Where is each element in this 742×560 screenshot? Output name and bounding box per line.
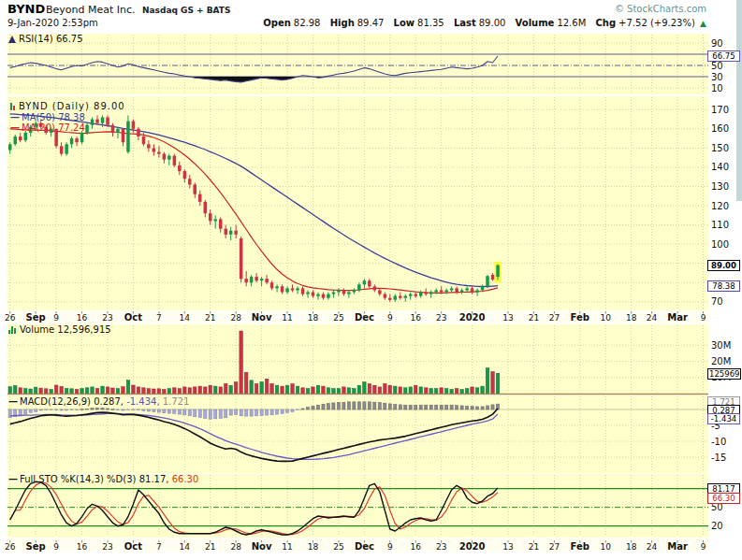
svg-text:Feb: Feb (571, 312, 589, 323)
svg-text:160: 160 (711, 123, 729, 134)
svg-text:28: 28 (230, 542, 241, 552)
svg-text:Dec: Dec (355, 541, 374, 552)
macd-value: 0.287, (94, 396, 124, 407)
svg-text:13: 13 (502, 542, 513, 552)
svg-text:26: 26 (5, 542, 16, 552)
svg-text:21: 21 (529, 313, 539, 323)
svg-text:24: 24 (647, 542, 658, 552)
rsi-legend: RSI(14) 66.75 (8, 34, 83, 44)
svg-text:Oct: Oct (124, 541, 142, 552)
svg-text:13: 13 (502, 313, 513, 323)
svg-text:120: 120 (711, 201, 729, 211)
svg-text:Oct: Oct (124, 312, 142, 323)
svg-text:18: 18 (626, 313, 637, 323)
copyright-label: © StockCharts.com (615, 4, 706, 14)
svg-text:23: 23 (102, 542, 112, 552)
svg-text:30: 30 (711, 72, 723, 82)
stochastic-line-icon: — (8, 474, 18, 484)
macd-legend-text: MACD(12,26,9) (20, 396, 91, 407)
ma50-legend: —MA(50) 78.38 (10, 112, 85, 122)
svg-text:10: 10 (601, 313, 612, 323)
chg-value: +7.52 (+9.23%) (618, 18, 695, 28)
svg-text:9: 9 (387, 542, 393, 552)
svg-text:9: 9 (53, 313, 59, 323)
candlestick-icon (10, 102, 16, 112)
high-label: High (330, 18, 355, 28)
ma50-value-box: 78.38 (707, 280, 740, 292)
svg-text:2020: 2020 (459, 541, 486, 552)
svg-text:150: 150 (711, 143, 729, 153)
last-price-box: 89.00 (707, 260, 740, 271)
svg-text:20M: 20M (711, 356, 731, 366)
svg-text:16: 16 (77, 542, 88, 552)
ma20-legend-text: MA(20) 77.24 (22, 122, 85, 133)
svg-text:16: 16 (410, 313, 421, 323)
stochastic-legend-text: Full STO %K(14,3) %D(3) (20, 474, 136, 484)
svg-text:Sep: Sep (26, 541, 46, 552)
svg-text:11: 11 (282, 542, 292, 552)
svg-text:27: 27 (549, 313, 560, 323)
svg-text:-15: -15 (711, 452, 726, 463)
svg-text:90: 90 (711, 38, 723, 49)
chg-up-arrow-icon: ▲ (700, 19, 706, 28)
last-label: Last (454, 18, 476, 28)
svg-text:28: 28 (230, 313, 241, 323)
chg-label: Chg (595, 18, 616, 28)
svg-text:23: 23 (436, 313, 446, 323)
svg-text:9: 9 (701, 542, 706, 552)
svg-text:16: 16 (77, 313, 88, 323)
svg-text:27: 27 (549, 542, 560, 552)
svg-text:Mar: Mar (667, 541, 688, 552)
stockcharts-chart: 90503010701701601501401301201101007030M2… (0, 0, 742, 560)
low-label: Low (394, 18, 415, 28)
svg-text:Sep: Sep (26, 312, 46, 323)
stochastic-legend: —Full STO %K(14,3) %D(3) 81.17, 66.30 (8, 474, 198, 484)
svg-text:25: 25 (333, 313, 343, 323)
svg-text:26: 26 (5, 313, 16, 323)
low-value: 81.35 (417, 18, 444, 28)
svg-text:100: 100 (711, 239, 729, 250)
svg-text:130: 130 (711, 181, 729, 192)
sto-k-value: 81.17, (139, 474, 169, 484)
svg-text:14: 14 (180, 313, 191, 323)
svg-text:23: 23 (436, 542, 446, 552)
svg-text:9: 9 (701, 313, 706, 323)
svg-text:70: 70 (711, 296, 723, 307)
volume-bars-icon (8, 325, 17, 336)
svg-text:10: 10 (711, 83, 723, 93)
svg-text:25: 25 (333, 542, 343, 552)
svg-text:16: 16 (410, 542, 421, 552)
price-legend: BYND (Daily) 89.00 (10, 101, 125, 112)
svg-text:24: 24 (647, 313, 658, 323)
ma50-legend-text: MA(50) 78.38 (22, 112, 85, 122)
volume-value: 12.6M (557, 18, 586, 28)
volume-legend: Volume 12,596,915 (8, 324, 111, 336)
svg-text:23: 23 (102, 313, 112, 323)
svg-text:50: 50 (711, 61, 723, 71)
svg-text:14: 14 (180, 542, 191, 552)
svg-text:21: 21 (529, 542, 539, 552)
svg-text:9: 9 (387, 313, 393, 323)
svg-text:110: 110 (711, 220, 729, 230)
svg-text:18: 18 (308, 313, 319, 323)
svg-text:10: 10 (601, 542, 612, 552)
volume-legend-text: Volume 12,596,915 (20, 324, 111, 335)
company-name: Beyond Meat Inc. (46, 4, 136, 16)
ma20-legend: —MA(20) 77.24 (10, 122, 85, 133)
ticker-symbol: BYND (7, 2, 45, 16)
svg-text:-10: -10 (711, 437, 726, 447)
macd-hist-value: 1.721 (163, 396, 190, 407)
last-value: 89.00 (479, 18, 506, 28)
macd-signal-box: -1.434 (707, 413, 740, 424)
chart-datetime: 9-Jan-2020 2:53pm (7, 18, 98, 28)
svg-text:11: 11 (282, 313, 292, 323)
macd-line-icon: — (8, 396, 18, 407)
open-value: 82.98 (294, 18, 321, 28)
svg-text:Feb: Feb (571, 541, 589, 552)
macd-legend: —MACD(12,26,9) 0.287, -1.434, 1.721 (8, 396, 189, 407)
svg-text:18: 18 (626, 542, 637, 552)
svg-text:170: 170 (711, 105, 729, 115)
svg-text:18: 18 (308, 542, 319, 552)
svg-text:140: 140 (711, 162, 729, 172)
svg-text:21: 21 (205, 313, 215, 323)
